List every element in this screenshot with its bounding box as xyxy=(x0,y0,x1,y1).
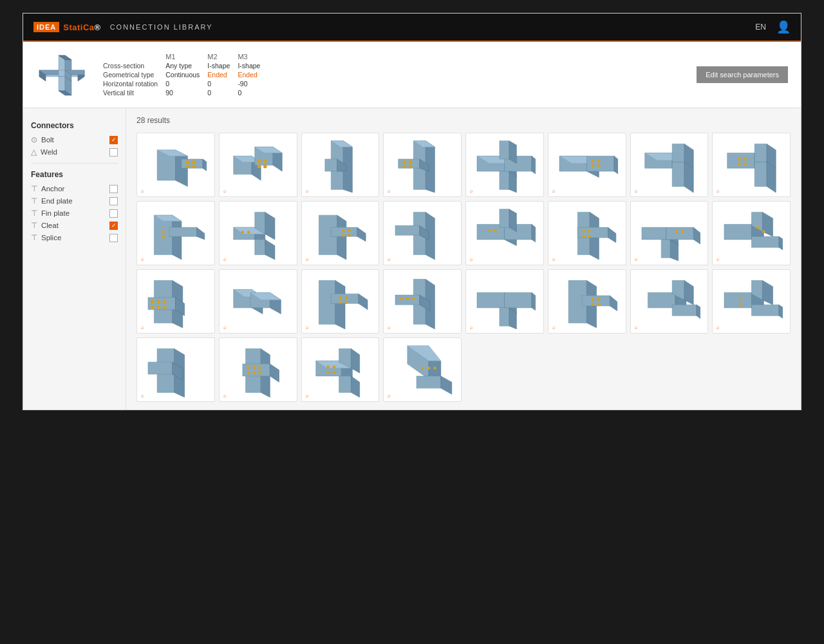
sidebar-item-weld[interactable]: △ Weld xyxy=(31,147,118,156)
sidebar-item-fin-plate[interactable]: ⊤ Fin plate xyxy=(31,209,118,218)
header-right: EN 👤 xyxy=(755,20,791,34)
connection-card[interactable]: ⌕ xyxy=(465,201,544,265)
bolt-checkbox[interactable]: ✓ xyxy=(109,136,118,144)
user-icon[interactable]: 👤 xyxy=(776,20,791,34)
connection-card[interactable]: ⌕ xyxy=(383,133,462,197)
connection-card[interactable]: ⌕ xyxy=(301,201,380,265)
connection-card[interactable]: ⌕ xyxy=(219,269,297,334)
edit-search-button[interactable]: Edit search parameters xyxy=(697,66,788,83)
card-label: ⌕ xyxy=(552,325,556,330)
svg-marker-61 xyxy=(614,156,618,177)
svg-marker-87 xyxy=(197,227,205,240)
connection-card[interactable]: ⌕ xyxy=(548,133,626,197)
svg-marker-199 xyxy=(779,305,783,321)
connection-card[interactable]: ⌕ xyxy=(136,133,215,197)
svg-marker-139 xyxy=(751,236,779,247)
connection-card[interactable]: ⌕ xyxy=(548,201,626,265)
anchor-checkbox[interactable] xyxy=(109,185,118,193)
svg-point-104 xyxy=(348,229,351,232)
svg-marker-55 xyxy=(500,171,509,189)
svg-marker-84 xyxy=(173,215,182,260)
svg-point-82 xyxy=(744,162,747,166)
splice-icon: ⊤ xyxy=(31,233,37,242)
cleat-checkbox[interactable]: ✓ xyxy=(109,222,118,230)
card-label: ⌕ xyxy=(141,188,144,194)
fin-plate-checkbox[interactable] xyxy=(109,209,118,218)
connection-card[interactable]: ⌕ xyxy=(219,133,297,197)
connection-card[interactable]: ⌕ xyxy=(219,337,297,402)
svg-point-46 xyxy=(402,164,406,168)
logo-icon: IDEA xyxy=(33,22,59,32)
connection-card[interactable]: ⌕ xyxy=(301,269,380,334)
svg-marker-73 xyxy=(727,153,754,168)
svg-marker-122 xyxy=(608,227,616,243)
anchor-label: Anchor xyxy=(41,185,64,193)
splice-checkbox[interactable] xyxy=(109,234,118,242)
svg-point-133 xyxy=(675,230,678,233)
end-plate-icon: ⊤ xyxy=(31,196,37,205)
weld-icon: △ xyxy=(31,147,37,156)
card-label: ⌕ xyxy=(141,393,144,399)
connection-card[interactable]: ⌕ xyxy=(630,133,709,197)
svg-point-233 xyxy=(427,366,430,370)
svg-marker-174 xyxy=(477,292,505,308)
lang-selector[interactable]: EN xyxy=(755,23,766,32)
connection-card[interactable]: ⌕ xyxy=(383,269,462,334)
svg-point-33 xyxy=(263,164,267,168)
svg-point-201 xyxy=(739,302,742,305)
svg-marker-204 xyxy=(148,362,173,374)
connection-card[interactable]: ⌕ xyxy=(219,201,297,265)
connection-card[interactable]: ⌕ xyxy=(630,269,709,334)
svg-point-150 xyxy=(163,305,167,309)
sidebar-item-cleat[interactable]: ⊤ Cleat ✓ xyxy=(31,221,118,230)
svg-marker-86 xyxy=(169,227,197,236)
connection-card[interactable]: ⌕ xyxy=(548,269,626,334)
svg-marker-95 xyxy=(255,239,265,254)
connection-card[interactable]: ⌕ xyxy=(383,201,462,265)
svg-point-80 xyxy=(744,157,747,160)
svg-point-213 xyxy=(253,371,256,374)
svg-marker-208 xyxy=(243,364,270,376)
connection-card[interactable]: ⌕ xyxy=(301,133,380,197)
svg-marker-37 xyxy=(325,159,337,171)
weld-checkbox[interactable] xyxy=(109,148,118,156)
weld-label: Weld xyxy=(41,148,57,156)
svg-point-117 xyxy=(488,229,491,232)
connection-card[interactable]: ⌕ xyxy=(465,133,544,197)
sidebar-item-bolt[interactable]: ⊙ Bolt ✓ xyxy=(31,135,118,144)
connection-card[interactable]: ⌕ xyxy=(136,201,215,265)
card-label: ⌕ xyxy=(388,256,391,262)
svg-point-165 xyxy=(339,301,342,304)
connection-card[interactable]: ⌕ xyxy=(465,269,544,334)
connection-card[interactable]: ⌕ xyxy=(136,269,215,334)
svg-point-124 xyxy=(583,234,586,238)
svg-point-64 xyxy=(592,164,595,167)
svg-point-45 xyxy=(408,160,412,164)
logo-name: StatiCa® xyxy=(63,23,100,32)
connection-card[interactable]: ⌕ xyxy=(712,133,791,197)
svg-point-163 xyxy=(339,296,342,299)
svg-point-79 xyxy=(738,157,741,160)
connection-card[interactable]: ⌕ xyxy=(301,337,380,402)
sidebar-item-splice[interactable]: ⊤ Splice xyxy=(31,233,118,242)
svg-marker-230 xyxy=(417,375,441,388)
end-plate-label: End plate xyxy=(41,197,73,205)
sidebar-item-anchor[interactable]: ⊤ Anchor xyxy=(31,184,118,193)
card-label: ⌕ xyxy=(306,325,309,330)
connection-card[interactable]: ⌕ xyxy=(712,201,791,265)
card-label: ⌕ xyxy=(141,256,144,262)
sidebar-item-end-plate[interactable]: ⊤ End plate xyxy=(31,196,118,205)
card-label: ⌕ xyxy=(388,325,391,330)
connection-card[interactable]: ⌕ xyxy=(383,337,462,402)
connection-card[interactable]: ⌕ xyxy=(712,269,791,334)
sidebar: Connectors ⊙ Bolt ✓ △ Weld Fea xyxy=(23,108,126,410)
connection-card[interactable]: ⌕ xyxy=(630,201,709,265)
svg-marker-77 xyxy=(754,162,767,186)
end-plate-checkbox[interactable] xyxy=(109,197,118,205)
card-label: ⌕ xyxy=(306,256,309,262)
main-grid-area: 28 results xyxy=(126,108,801,410)
svg-point-44 xyxy=(402,160,406,164)
svg-marker-9 xyxy=(59,70,65,77)
connection-card[interactable]: ⌕ xyxy=(136,337,215,402)
svg-point-103 xyxy=(342,229,345,232)
